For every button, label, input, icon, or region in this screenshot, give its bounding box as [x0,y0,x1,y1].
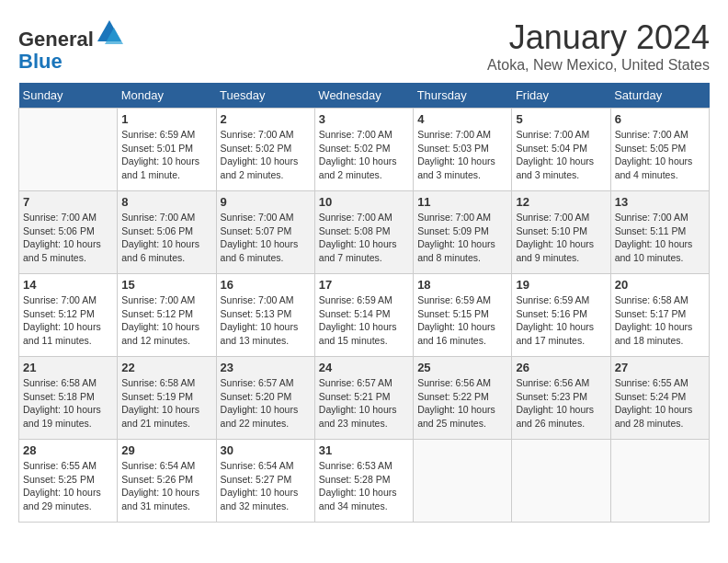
day-info: Sunrise: 6:54 AM Sunset: 5:27 PM Dayligh… [221,459,311,513]
logo-icon [96,18,123,46]
calendar-cell: 26Sunrise: 6:56 AM Sunset: 5:23 PM Dayli… [512,357,610,440]
day-info: Sunrise: 7:00 AM Sunset: 5:04 PM Dayligh… [516,128,606,182]
calendar-cell: 30Sunrise: 6:54 AM Sunset: 5:27 PM Dayli… [216,440,314,523]
day-number: 20 [615,278,705,292]
day-number: 17 [319,278,409,292]
day-info: Sunrise: 6:59 AM Sunset: 5:01 PM Dayligh… [121,128,211,182]
day-number: 18 [417,278,507,292]
header-day-sunday: Sunday [19,83,118,109]
day-number: 2 [221,112,311,126]
calendar-cell: 20Sunrise: 6:58 AM Sunset: 5:17 PM Dayli… [610,274,709,357]
day-info: Sunrise: 7:00 AM Sunset: 5:02 PM Dayligh… [221,128,311,182]
header-row: SundayMondayTuesdayWednesdayThursdayFrid… [19,83,710,109]
day-number: 11 [417,195,507,209]
day-number: 30 [221,443,311,457]
day-number: 26 [516,361,606,374]
day-number: 10 [319,195,409,209]
calendar-cell [19,109,118,191]
logo: General Blue [18,18,123,73]
day-info: Sunrise: 6:57 AM Sunset: 5:20 PM Dayligh… [221,376,311,431]
location-title: Atoka, New Mexico, United States [487,57,710,74]
header-day-tuesday: Tuesday [216,83,314,109]
day-info: Sunrise: 6:58 AM Sunset: 5:19 PM Dayligh… [121,376,211,431]
day-number: 28 [23,443,113,457]
day-info: Sunrise: 6:59 AM Sunset: 5:16 PM Dayligh… [516,293,606,348]
calendar-cell: 8Sunrise: 7:00 AM Sunset: 5:06 PM Daylig… [118,191,216,274]
day-number: 12 [516,195,606,209]
day-info: Sunrise: 7:00 AM Sunset: 5:12 PM Dayligh… [23,293,113,348]
calendar-cell: 13Sunrise: 7:00 AM Sunset: 5:11 PM Dayli… [610,191,709,274]
calendar-cell: 9Sunrise: 7:00 AM Sunset: 5:07 PM Daylig… [216,191,314,274]
day-number: 1 [121,112,211,126]
day-number: 23 [221,361,311,374]
day-info: Sunrise: 7:00 AM Sunset: 5:06 PM Dayligh… [121,211,211,265]
week-row-3: 14Sunrise: 7:00 AM Sunset: 5:12 PM Dayli… [19,274,710,357]
day-info: Sunrise: 7:00 AM Sunset: 5:09 PM Dayligh… [417,211,507,265]
calendar-cell: 23Sunrise: 6:57 AM Sunset: 5:20 PM Dayli… [216,357,314,440]
day-number: 27 [615,361,705,374]
day-number: 22 [121,361,211,374]
calendar-cell: 27Sunrise: 6:55 AM Sunset: 5:24 PM Dayli… [610,357,709,440]
day-info: Sunrise: 7:00 AM Sunset: 5:12 PM Dayligh… [121,293,211,348]
calendar-cell: 12Sunrise: 7:00 AM Sunset: 5:10 PM Dayli… [512,191,610,274]
day-info: Sunrise: 6:54 AM Sunset: 5:26 PM Dayligh… [121,459,211,513]
logo-blue-text: Blue [18,50,63,73]
calendar-cell: 10Sunrise: 7:00 AM Sunset: 5:08 PM Dayli… [314,191,413,274]
calendar-cell [414,440,512,523]
calendar-cell: 14Sunrise: 7:00 AM Sunset: 5:12 PM Dayli… [19,274,118,357]
day-number: 13 [615,195,705,209]
day-info: Sunrise: 6:58 AM Sunset: 5:18 PM Dayligh… [23,376,113,431]
header-day-wednesday: Wednesday [314,83,413,109]
day-info: Sunrise: 7:00 AM Sunset: 5:02 PM Dayligh… [319,128,409,182]
week-row-5: 28Sunrise: 6:55 AM Sunset: 5:25 PM Dayli… [19,440,710,523]
calendar-cell: 29Sunrise: 6:54 AM Sunset: 5:26 PM Dayli… [118,440,216,523]
day-info: Sunrise: 7:00 AM Sunset: 5:11 PM Dayligh… [615,211,705,265]
header-day-thursday: Thursday [414,83,512,109]
day-info: Sunrise: 6:59 AM Sunset: 5:14 PM Dayligh… [319,293,409,348]
calendar-cell: 6Sunrise: 7:00 AM Sunset: 5:05 PM Daylig… [610,109,709,191]
calendar-cell: 2Sunrise: 7:00 AM Sunset: 5:02 PM Daylig… [216,109,314,191]
day-number: 7 [23,195,113,209]
calendar-cell: 18Sunrise: 6:59 AM Sunset: 5:15 PM Dayli… [414,274,512,357]
calendar-cell: 3Sunrise: 7:00 AM Sunset: 5:02 PM Daylig… [314,109,413,191]
calendar-cell: 17Sunrise: 6:59 AM Sunset: 5:14 PM Dayli… [314,274,413,357]
calendar-cell: 4Sunrise: 7:00 AM Sunset: 5:03 PM Daylig… [414,109,512,191]
day-number: 14 [23,278,113,292]
calendar-cell: 21Sunrise: 6:58 AM Sunset: 5:18 PM Dayli… [19,357,118,440]
calendar-cell: 16Sunrise: 7:00 AM Sunset: 5:13 PM Dayli… [216,274,314,357]
calendar-cell: 7Sunrise: 7:00 AM Sunset: 5:06 PM Daylig… [19,191,118,274]
day-info: Sunrise: 7:00 AM Sunset: 5:03 PM Dayligh… [417,128,507,182]
day-number: 9 [221,195,311,209]
header-day-saturday: Saturday [610,83,709,109]
month-title: January 2024 [487,18,710,57]
calendar-cell: 5Sunrise: 7:00 AM Sunset: 5:04 PM Daylig… [512,109,610,191]
day-number: 25 [417,361,507,374]
calendar-cell: 24Sunrise: 6:57 AM Sunset: 5:21 PM Dayli… [314,357,413,440]
day-info: Sunrise: 6:58 AM Sunset: 5:17 PM Dayligh… [615,293,705,348]
day-number: 15 [121,278,211,292]
calendar-cell: 25Sunrise: 6:56 AM Sunset: 5:22 PM Dayli… [414,357,512,440]
calendar-cell [610,440,709,523]
calendar-cell: 15Sunrise: 7:00 AM Sunset: 5:12 PM Dayli… [118,274,216,357]
day-info: Sunrise: 7:00 AM Sunset: 5:10 PM Dayligh… [516,211,606,265]
day-number: 6 [615,112,705,126]
header-day-friday: Friday [512,83,610,109]
day-number: 16 [221,278,311,292]
day-info: Sunrise: 7:00 AM Sunset: 5:13 PM Dayligh… [221,293,311,348]
calendar-cell: 1Sunrise: 6:59 AM Sunset: 5:01 PM Daylig… [118,109,216,191]
day-info: Sunrise: 6:56 AM Sunset: 5:23 PM Dayligh… [516,376,606,431]
day-info: Sunrise: 6:57 AM Sunset: 5:21 PM Dayligh… [319,376,409,431]
day-info: Sunrise: 7:00 AM Sunset: 5:08 PM Dayligh… [319,211,409,265]
header-day-monday: Monday [118,83,216,109]
calendar-cell: 19Sunrise: 6:59 AM Sunset: 5:16 PM Dayli… [512,274,610,357]
day-info: Sunrise: 6:53 AM Sunset: 5:28 PM Dayligh… [319,459,409,513]
day-info: Sunrise: 7:00 AM Sunset: 5:07 PM Dayligh… [221,211,311,265]
week-row-4: 21Sunrise: 6:58 AM Sunset: 5:18 PM Dayli… [19,357,710,440]
day-number: 5 [516,112,606,126]
calendar-cell: 31Sunrise: 6:53 AM Sunset: 5:28 PM Dayli… [314,440,413,523]
day-info: Sunrise: 6:59 AM Sunset: 5:15 PM Dayligh… [417,293,507,348]
calendar-header: SundayMondayTuesdayWednesdayThursdayFrid… [19,83,710,109]
page-header: General Blue January 2024 Atoka, New Mex… [18,18,710,74]
calendar-table: SundayMondayTuesdayWednesdayThursdayFrid… [18,83,710,523]
day-info: Sunrise: 6:56 AM Sunset: 5:22 PM Dayligh… [417,376,507,431]
